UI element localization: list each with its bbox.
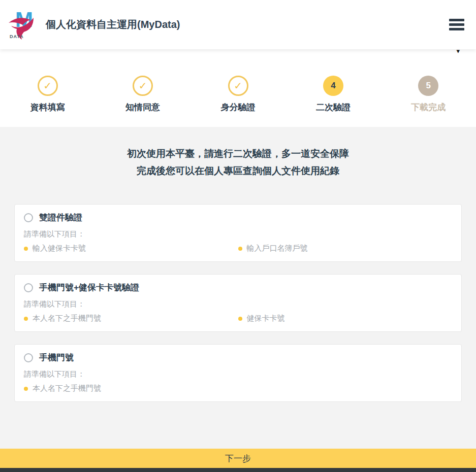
mydata-logo: M DATA xyxy=(8,10,42,40)
option-card-mobile-plus-nhi[interactable]: 手機門號+健保卡卡號驗證 請準備以下項目： 本人名下之手機門號 健保卡卡號 xyxy=(14,274,462,332)
option-card-dual-document[interactable]: 雙證件驗證 請準備以下項目： 輸入健保卡卡號 輸入戶口名簿戶號 xyxy=(14,204,462,262)
verification-options: 雙證件驗證 請準備以下項目： 輸入健保卡卡號 輸入戶口名簿戶號 手機門號+健保卡… xyxy=(14,204,462,402)
step-2-consent: ✓ 知情同意 xyxy=(95,76,190,127)
next-step-button[interactable]: 下一步 xyxy=(0,449,476,468)
option-card-mobile-number[interactable]: 手機門號 請準備以下項目： 本人名下之手機門號 xyxy=(14,344,462,402)
app-header: M DATA 個人化資料自主運用(MyData) xyxy=(0,0,476,49)
requirement-text: 本人名下之手機門號 xyxy=(33,384,101,393)
option-title: 雙證件驗證 xyxy=(39,212,82,223)
step-label: 下載完成 xyxy=(411,102,446,113)
step-3-identity-verification: ✓ 身分驗證 xyxy=(191,76,285,127)
bullet-icon xyxy=(24,387,28,391)
intro-line-2: 完成後您可以在個人專區查詢個人文件使用紀錄 xyxy=(0,162,476,180)
intro-line-1: 初次使用本平臺，請進行二次驗證，多一道安全保障 xyxy=(0,145,476,162)
option-title: 手機門號 xyxy=(39,352,74,363)
requirement-text: 健保卡卡號 xyxy=(247,314,285,323)
logo-subtext: DATA xyxy=(10,34,24,39)
step-number: 4 xyxy=(323,76,343,96)
check-icon: ✓ xyxy=(228,76,248,96)
hamburger-bar xyxy=(449,19,464,21)
option-title: 手機門號+健保卡卡號驗證 xyxy=(39,282,139,293)
requirement-item: 輸入健保卡卡號 xyxy=(24,244,238,253)
bullet-icon xyxy=(24,317,28,321)
footer-strip xyxy=(0,468,476,472)
step-label: 身分驗證 xyxy=(221,102,256,113)
hamburger-bar xyxy=(449,23,464,26)
requirement-text: 輸入戶口名簿戶號 xyxy=(247,244,308,253)
progress-stepper: ✓ 資料填寫 ✓ 知情同意 ✓ 身分驗證 4 二次驗證 5 下載完成 xyxy=(0,49,476,127)
requirement-item: 本人名下之手機門號 xyxy=(24,314,238,323)
requirement-text: 輸入健保卡卡號 xyxy=(33,244,86,253)
hamburger-menu-icon[interactable] xyxy=(449,19,465,30)
bullet-icon xyxy=(238,247,242,251)
requirement-item: 輸入戶口名簿戶號 xyxy=(238,244,453,253)
step-label: 知情同意 xyxy=(125,102,160,113)
requirement-item: 本人名下之手機門號 xyxy=(24,384,238,393)
main-content: 初次使用本平臺，請進行二次驗證，多一道安全保障 完成後您可以在個人專區查詢個人文… xyxy=(0,127,476,449)
page-title: 個人化資料自主運用(MyData) xyxy=(46,18,449,31)
check-icon: ✓ xyxy=(133,76,153,96)
step-1-data-entry: ✓ 資料填寫 xyxy=(0,76,95,127)
step-label: 資料填寫 xyxy=(30,102,65,113)
radio-mobile-plus-nhi[interactable] xyxy=(24,283,33,292)
step-number: 5 xyxy=(418,76,438,96)
step-4-secondary-verification: 4 二次驗證 xyxy=(285,76,380,127)
step-5-download-complete: 5 下載完成 xyxy=(381,76,476,127)
radio-dual-document[interactable] xyxy=(24,213,33,222)
check-icon: ✓ xyxy=(38,76,58,96)
caret-down-icon: ▾ xyxy=(456,48,460,54)
requirement-item: 健保卡卡號 xyxy=(238,314,453,323)
prepare-label: 請準備以下項目： xyxy=(24,369,452,379)
hamburger-bar xyxy=(449,28,464,30)
step-label: 二次驗證 xyxy=(316,102,351,113)
bullet-icon xyxy=(238,317,242,321)
bullet-icon xyxy=(24,247,28,251)
prepare-label: 請準備以下項目： xyxy=(24,299,452,309)
prepare-label: 請準備以下項目： xyxy=(24,229,452,239)
radio-mobile-number[interactable] xyxy=(24,353,33,362)
intro-text: 初次使用本平臺，請進行二次驗證，多一道安全保障 完成後您可以在個人專區查詢個人文… xyxy=(0,145,476,180)
requirement-text: 本人名下之手機門號 xyxy=(33,314,101,323)
